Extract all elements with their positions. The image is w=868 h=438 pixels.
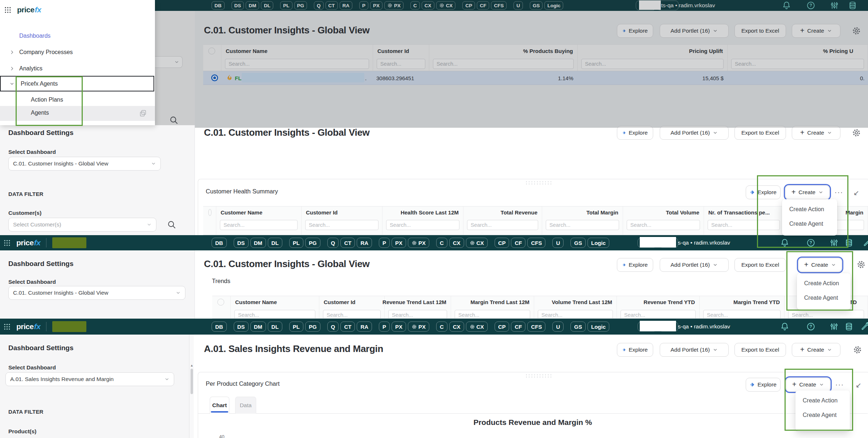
nav-module-cf[interactable]: CF <box>477 1 489 10</box>
nav-module-cx[interactable]: CX <box>449 238 464 248</box>
column-header[interactable] <box>203 45 221 57</box>
nav-module-px[interactable]: PX <box>370 1 382 10</box>
column-search-input[interactable] <box>627 220 700 230</box>
nav-module-cfs[interactable]: CFS <box>527 238 545 248</box>
nav-module-u[interactable]: U <box>552 238 564 248</box>
nav-module-pl[interactable]: PL <box>280 1 292 10</box>
nav-module-cfs[interactable]: CFS <box>527 322 545 332</box>
menu-item-agents-row[interactable]: Agents <box>0 106 155 121</box>
admin-wrench-icon[interactable] <box>861 322 868 331</box>
menu-item-create-action[interactable]: Create Action <box>797 276 851 291</box>
nav-module-px[interactable]: PX <box>392 238 406 248</box>
row-radio-selected[interactable] <box>211 74 218 81</box>
menu-item-create-action[interactable]: Create Action <box>782 202 837 217</box>
column-header[interactable]: Customer Id <box>302 206 382 218</box>
column-header[interactable]: Customer Name <box>231 296 319 308</box>
column-header[interactable] <box>203 206 216 218</box>
explore-button[interactable]: Explore <box>617 343 653 357</box>
nav-module-p[interactable]: P <box>379 322 390 332</box>
resize-handle-icon[interactable]: ↙ <box>853 189 859 197</box>
nav-module-db[interactable]: DB <box>212 238 227 248</box>
create-button[interactable]: + Create <box>792 126 840 140</box>
export-to-excel-button[interactable]: Export to Excel <box>734 258 786 272</box>
dashboard-select[interactable]: C.01. Customer Insights - Global View <box>8 286 185 300</box>
column-search-input[interactable] <box>788 310 864 319</box>
column-header[interactable]: % Products Buying <box>429 45 577 57</box>
search-icon[interactable] <box>167 220 176 229</box>
nav-module-ds[interactable]: DS <box>232 1 244 10</box>
notifications-bell-icon[interactable] <box>780 238 789 247</box>
column-header[interactable]: % Pricing U <box>728 45 868 57</box>
column-search-input[interactable] <box>581 59 724 69</box>
nav-module-gs[interactable]: GS <box>530 1 543 10</box>
add-portlet-button[interactable]: Add Portlet (16) <box>660 126 729 140</box>
column-header[interactable]: Volume Trend Last 12M <box>534 296 617 308</box>
export-to-excel-button[interactable]: Export to Excel <box>734 24 786 38</box>
nav-module-ra[interactable]: RA <box>357 238 372 248</box>
column-header[interactable]: Pricing Uplift <box>578 45 727 57</box>
column-header[interactable]: Customer Id <box>373 45 429 57</box>
column-search-input[interactable] <box>546 220 619 230</box>
add-portlet-button[interactable]: Add Portlet (16) <box>660 24 729 38</box>
app-grid-icon[interactable] <box>4 7 11 13</box>
menu-item-action-plans[interactable]: Action Plans <box>31 97 63 103</box>
dashboard-select[interactable]: C.01. Customer Insights - Global View <box>8 157 161 171</box>
dashboard-select[interactable]: A.01. Sales Insights Revenue and Margin <box>5 372 174 386</box>
column-search-input[interactable] <box>386 220 459 230</box>
column-header[interactable]: Nr. of Transactions pe... <box>704 206 783 218</box>
nav-module-db[interactable]: DB <box>212 322 227 332</box>
notifications-bell-icon[interactable] <box>780 322 789 331</box>
nav-module-pg[interactable]: PG <box>305 322 320 332</box>
admin-wrench-icon[interactable] <box>863 238 868 247</box>
column-search-input[interactable] <box>708 220 780 230</box>
column-header[interactable]: Revenue Trend Last 12M <box>385 296 451 308</box>
column-header[interactable]: Total Volume <box>623 206 704 218</box>
menu-item-pricefx-agents[interactable]: Pricefx Agents <box>21 81 58 87</box>
tab-data[interactable]: Data <box>235 397 256 414</box>
column-header[interactable]: Health Score Last 12M <box>382 206 463 218</box>
column-search-input[interactable] <box>455 310 530 319</box>
menu-item-create-action[interactable]: Create Action <box>795 393 850 408</box>
nav-module-dl[interactable]: DL <box>268 238 282 248</box>
preferences-sliders-icon[interactable] <box>830 238 839 247</box>
select-all-circle[interactable] <box>217 299 224 306</box>
nav-module-px[interactable]: PX <box>384 1 404 10</box>
settings-gear-icon[interactable] <box>852 128 861 138</box>
column-search-input[interactable] <box>621 310 696 319</box>
nav-module-c[interactable]: C <box>436 322 447 332</box>
nav-module-logic[interactable]: Logic <box>587 322 609 332</box>
nav-module-cf[interactable]: CF <box>511 322 525 332</box>
menu-item-agents[interactable]: Agents <box>31 110 49 116</box>
column-header[interactable] <box>212 296 230 308</box>
nav-module-q[interactable]: Q <box>327 238 339 248</box>
nav-module-cx[interactable]: CX <box>422 1 434 10</box>
scrollbar-thumb[interactable] <box>191 369 193 394</box>
nav-module-db[interactable]: DB <box>212 1 225 10</box>
menu-item-analytics[interactable]: Analytics <box>19 65 42 72</box>
chevron-right-icon[interactable] <box>9 50 15 55</box>
nav-module-pg[interactable]: PG <box>305 238 320 248</box>
column-search-input[interactable] <box>703 310 781 319</box>
column-search-input[interactable] <box>377 59 425 69</box>
column-search-input[interactable] <box>731 59 864 69</box>
more-options-button[interactable]: ··· <box>835 381 844 389</box>
column-search-input[interactable] <box>433 59 574 69</box>
create-button[interactable]: + Create <box>792 343 840 357</box>
explore-button[interactable]: Explore <box>617 126 653 140</box>
nav-module-ds[interactable]: DS <box>234 238 249 248</box>
nav-module-ct[interactable]: CT <box>326 1 338 10</box>
select-all-circle[interactable] <box>208 48 215 54</box>
nav-module-logic[interactable]: Logic <box>587 238 609 248</box>
column-header[interactable]: Customer Id <box>319 296 384 308</box>
app-grid-icon[interactable] <box>4 240 11 246</box>
settings-gear-icon[interactable] <box>856 260 866 269</box>
nav-module-ra[interactable]: RA <box>340 1 353 10</box>
export-to-excel-button[interactable]: Export to Excel <box>734 126 786 140</box>
scrollbar-up-arrow[interactable]: ▲ <box>190 364 193 367</box>
nav-module-cx[interactable]: CX <box>449 322 464 332</box>
nav-module-c[interactable]: C <box>436 238 447 248</box>
column-search-input[interactable] <box>388 310 447 319</box>
help-icon[interactable] <box>806 238 815 247</box>
nav-module-cx[interactable]: CX <box>466 238 488 248</box>
data-source-icon[interactable] <box>844 322 853 331</box>
